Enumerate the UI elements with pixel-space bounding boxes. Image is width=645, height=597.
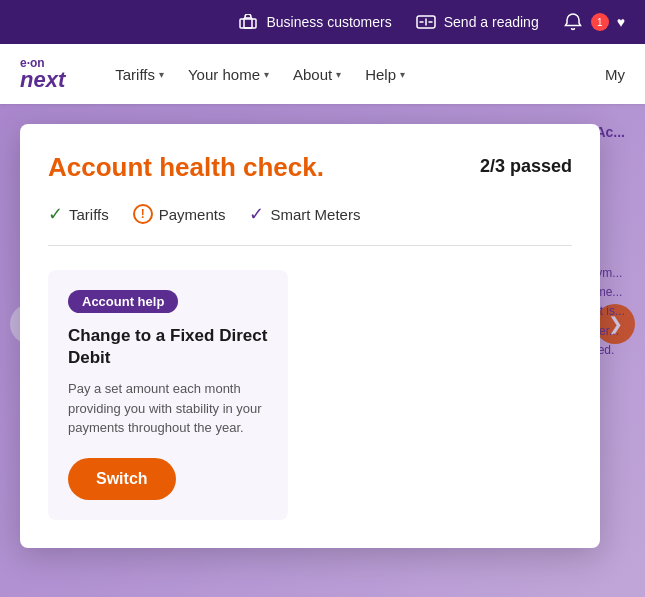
check-smart-meters: ✓ Smart Meters — [249, 203, 360, 225]
modal-checks: ✓ Tariffs ! Payments ✓ Smart Meters — [48, 203, 572, 246]
card-badge: Account help — [68, 290, 178, 313]
check-payments: ! Payments — [133, 204, 226, 224]
nav-tariffs-label: Tariffs — [115, 66, 155, 83]
nav-help[interactable]: Help ▾ — [365, 66, 405, 83]
check-tariffs: ✓ Tariffs — [48, 203, 109, 225]
modal-overlay: Account health check. 2/3 passed ✓ Tarif… — [0, 104, 645, 597]
tariffs-check-label: Tariffs — [69, 206, 109, 223]
send-reading-link[interactable]: Send a reading — [416, 12, 539, 32]
svg-rect-1 — [240, 19, 256, 28]
business-customers-label: Business customers — [266, 14, 391, 30]
your-home-chevron-icon: ▾ — [264, 69, 269, 80]
nav-your-home[interactable]: Your home ▾ — [188, 66, 269, 83]
heart-icon: ♥ — [617, 14, 625, 30]
modal-header: Account health check. 2/3 passed — [48, 152, 572, 183]
smart-meters-check-label: Smart Meters — [270, 206, 360, 223]
smart-meters-pass-icon: ✓ — [249, 203, 264, 225]
nav-your-home-label: Your home — [188, 66, 260, 83]
nav-items: Tariffs ▾ Your home ▾ About ▾ Help ▾ — [115, 66, 405, 83]
notification-button[interactable]: 1 ♥ — [563, 12, 625, 32]
nav-bar: e·on next Tariffs ▾ Your home ▾ About ▾ … — [0, 44, 645, 104]
modal-passed: 2/3 passed — [480, 156, 572, 177]
briefcase-icon — [238, 12, 258, 32]
nav-help-label: Help — [365, 66, 396, 83]
card-description: Pay a set amount each month providing yo… — [68, 379, 268, 438]
business-customers-link[interactable]: Business customers — [238, 12, 391, 32]
meter-icon — [416, 12, 436, 32]
nav-my[interactable]: My — [605, 66, 625, 83]
switch-button[interactable]: Switch — [68, 458, 176, 500]
card-title: Change to a Fixed Direct Debit — [68, 325, 268, 369]
tariffs-pass-icon: ✓ — [48, 203, 63, 225]
payments-warn-icon: ! — [133, 204, 153, 224]
notification-badge: 1 — [591, 13, 609, 31]
account-help-card: Account help Change to a Fixed Direct De… — [48, 270, 288, 520]
about-chevron-icon: ▾ — [336, 69, 341, 80]
nav-tariffs[interactable]: Tariffs ▾ — [115, 66, 164, 83]
send-reading-label: Send a reading — [444, 14, 539, 30]
nav-my-label: My — [605, 66, 625, 83]
health-check-modal: Account health check. 2/3 passed ✓ Tarif… — [20, 124, 600, 548]
modal-title: Account health check. — [48, 152, 324, 183]
logo[interactable]: e·on next — [20, 57, 65, 91]
payments-check-label: Payments — [159, 206, 226, 223]
nav-about-label: About — [293, 66, 332, 83]
help-chevron-icon: ▾ — [400, 69, 405, 80]
top-bar: Business customers Send a reading 1 ♥ — [0, 0, 645, 44]
logo-next: next — [20, 69, 65, 91]
nav-about[interactable]: About ▾ — [293, 66, 341, 83]
tariffs-chevron-icon: ▾ — [159, 69, 164, 80]
